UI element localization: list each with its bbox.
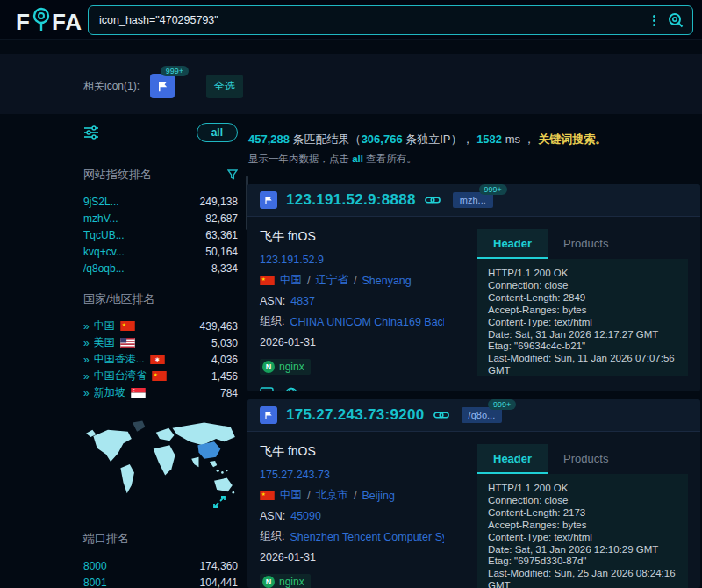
all-filter-pill[interactable]: all: [197, 123, 238, 142]
fingerprint-row[interactable]: /q8oqb...8,334: [83, 260, 238, 276]
tag-count-badge: 999+: [488, 399, 516, 410]
tab-header[interactable]: Header: [477, 444, 548, 474]
result-ip-port-link[interactable]: 123.191.52.9:8888: [286, 191, 416, 209]
result-title: 飞牛 fnOS: [260, 229, 465, 245]
asn-link[interactable]: 4837: [290, 295, 315, 307]
search-input[interactable]: [99, 14, 647, 26]
favicon-checkbox[interactable]: [260, 406, 277, 424]
geo-city-link[interactable]: Beijing: [362, 490, 395, 502]
flag-hk-icon: ✱: [150, 355, 165, 364]
tag-count-badge: 999+: [479, 184, 507, 195]
country-row[interactable]: »美国 5,030: [83, 334, 238, 351]
search-box: [88, 5, 693, 35]
expand-map-icon[interactable]: [211, 494, 227, 513]
result-card-header: 123.191.52.9:8888 mzh...999+: [247, 184, 700, 217]
result-ip-link[interactable]: 123.191.52.9: [260, 254, 324, 266]
logo-letters-fa: FA: [52, 9, 82, 36]
nginx-icon: N: [262, 361, 275, 373]
result-details: 飞牛 fnOS 123.191.52.9 ★ 中国/ 辽宁省/ Shenyang…: [260, 229, 465, 391]
select-all-button[interactable]: 全选: [206, 75, 243, 98]
result-date: 2026-01-31: [260, 336, 465, 348]
favicon-checkbox[interactable]: [260, 191, 277, 209]
org-label: 组织:: [260, 529, 284, 544]
search-icon[interactable]: [668, 12, 684, 28]
logo-letter-f: F: [16, 9, 31, 36]
all-link[interactable]: all: [352, 154, 363, 164]
svg-text:★: ★: [261, 276, 266, 282]
geo-region-link[interactable]: 辽宁省: [315, 273, 348, 288]
country-row[interactable]: »中国香港... ✱ 4,036: [83, 351, 238, 368]
fingerprint-row[interactable]: mzhV...82,687: [83, 210, 238, 226]
port-row[interactable]: 8001104,441: [83, 574, 238, 588]
port-rank-title: 端口排名: [83, 531, 238, 547]
double-chevron-icon: »: [83, 370, 89, 383]
result-ip-link[interactable]: 175.27.243.73: [260, 469, 330, 481]
org-link[interactable]: CHINA UNICOM China169 Backbone: [290, 316, 444, 328]
fingerprint-row[interactable]: TqcUB...63,361: [83, 226, 238, 243]
http-header-panel: HTTP/1.1 200 OK Connection: close Conten…: [477, 259, 688, 376]
country-row[interactable]: »中国 ★ 439,463: [83, 318, 238, 334]
double-chevron-icon: »: [83, 387, 89, 399]
fingerprint-row[interactable]: kvq+cv...50,164: [83, 243, 238, 260]
count-badge: 999+: [161, 66, 189, 76]
result-card: 175.27.243.73:9200 /q8o...999+ 飞牛 fnOS 1…: [247, 399, 700, 588]
double-chevron-icon: »: [83, 320, 89, 333]
result-date: 2026-01-31: [260, 551, 465, 563]
tab-header[interactable]: Header: [477, 229, 548, 259]
geo-region-link[interactable]: 北京市: [315, 488, 348, 503]
fofa-logo[interactable]: F FA: [16, 6, 82, 39]
port-row[interactable]: 8000174,360: [83, 557, 238, 574]
geo-city-link[interactable]: Shenyang: [362, 275, 411, 287]
svg-text:★: ★: [121, 322, 125, 327]
country-row[interactable]: »中国台湾省 ★ 1,456: [83, 368, 238, 384]
http-header-text: HTTP/1.1 200 OK Connection: close Conten…: [488, 483, 677, 588]
favicon-thumbnail[interactable]: 999+: [150, 74, 175, 98]
fingerprint-row[interactable]: 9jS2L...249,138: [83, 193, 238, 210]
sidebar: all 网站指纹排名 9jS2L...249,138 mzhV...82,687…: [83, 123, 238, 588]
http-header-text: HTTP/1.1 200 OK Connection: close Conten…: [488, 268, 677, 376]
flag-sg-icon: [131, 388, 146, 398]
link-chain-icon[interactable]: [425, 196, 441, 204]
code-snippet-icon[interactable]: </>: [260, 387, 274, 391]
server-badge[interactable]: Nnginx: [260, 574, 311, 588]
kebab-menu-icon[interactable]: [647, 12, 661, 28]
fingerprint-rank-title: 网站指纹排名: [83, 167, 238, 183]
funnel-filter-icon[interactable]: [227, 169, 238, 180]
result-title: 飞牛 fnOS: [260, 444, 465, 460]
tab-products[interactable]: Products: [548, 229, 624, 259]
result-details: 飞牛 fnOS 175.27.243.73 ★ 中国/ 北京市/ Beijing…: [260, 444, 465, 588]
filter-sliders-icon[interactable]: [83, 125, 99, 140]
results-area: 457,288 条匹配结果（306,766 条独立IP）， 1582 ms ， …: [248, 132, 700, 166]
results-stats: 457,288 条匹配结果（306,766 条独立IP）， 1582 ms ， …: [248, 132, 700, 147]
geo-country-link[interactable]: 中国: [280, 488, 302, 503]
geo-country-link[interactable]: 中国: [280, 273, 302, 288]
world-map[interactable]: [83, 413, 238, 517]
related-icon-band: 相关icon(1): 999+ 全选: [0, 54, 702, 114]
fingerprint-tag[interactable]: /q8o...999+: [462, 407, 503, 423]
country-row[interactable]: »新加坡 784: [83, 384, 238, 401]
svg-text:✱: ✱: [154, 356, 159, 362]
svg-text:★: ★: [153, 372, 157, 377]
result-ip-port-link[interactable]: 175.27.243.73:9200: [286, 406, 425, 424]
keyword-search-link[interactable]: 关键词搜索。: [538, 133, 606, 146]
org-label: 组织:: [260, 314, 284, 329]
unique-ip-count: 306,766: [362, 133, 403, 146]
double-chevron-icon: »: [83, 337, 89, 349]
asn-label: ASN:: [260, 295, 285, 307]
globe-icon[interactable]: [284, 387, 298, 391]
server-badge[interactable]: Nnginx: [260, 359, 311, 375]
asn-label: ASN:: [260, 510, 285, 522]
related-icon-label: 相关icon(1):: [83, 79, 140, 94]
fingerprint-tag[interactable]: mzh...999+: [453, 192, 493, 208]
nginx-icon: N: [262, 576, 275, 588]
asn-link[interactable]: 45090: [290, 510, 321, 522]
org-link[interactable]: Shenzhen Tencent Computer Systems Compa.…: [290, 531, 444, 543]
country-rank-title: 国家/地区排名: [83, 291, 238, 307]
link-chain-icon[interactable]: [433, 411, 449, 419]
flag-cn-icon: ★: [260, 276, 275, 285]
match-count: 457,288: [248, 133, 290, 146]
query-time: 1582: [476, 133, 502, 146]
tab-products[interactable]: Products: [548, 444, 624, 474]
double-chevron-icon: »: [83, 354, 89, 366]
topbar: F FA: [0, 0, 702, 40]
